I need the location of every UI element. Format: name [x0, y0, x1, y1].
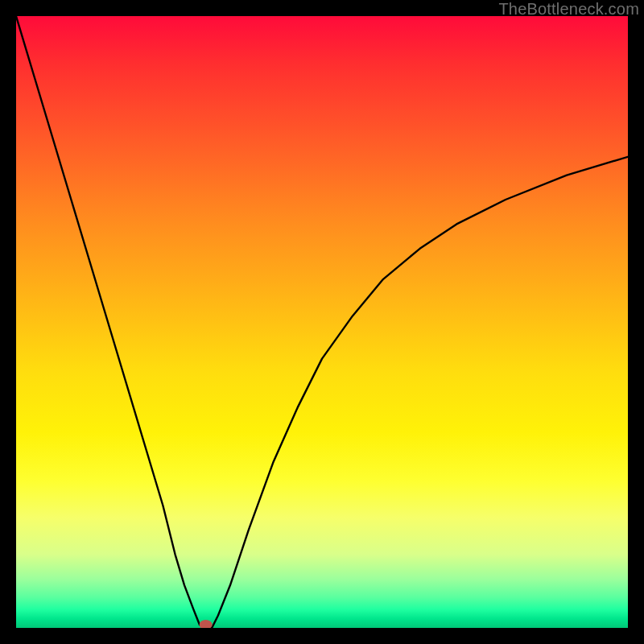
plot-area	[16, 16, 628, 628]
bottleneck-point-marker	[200, 620, 213, 628]
bottleneck-curve	[16, 16, 628, 628]
chart-svg	[16, 16, 628, 628]
chart-frame: TheBottleneck.com	[0, 0, 644, 644]
